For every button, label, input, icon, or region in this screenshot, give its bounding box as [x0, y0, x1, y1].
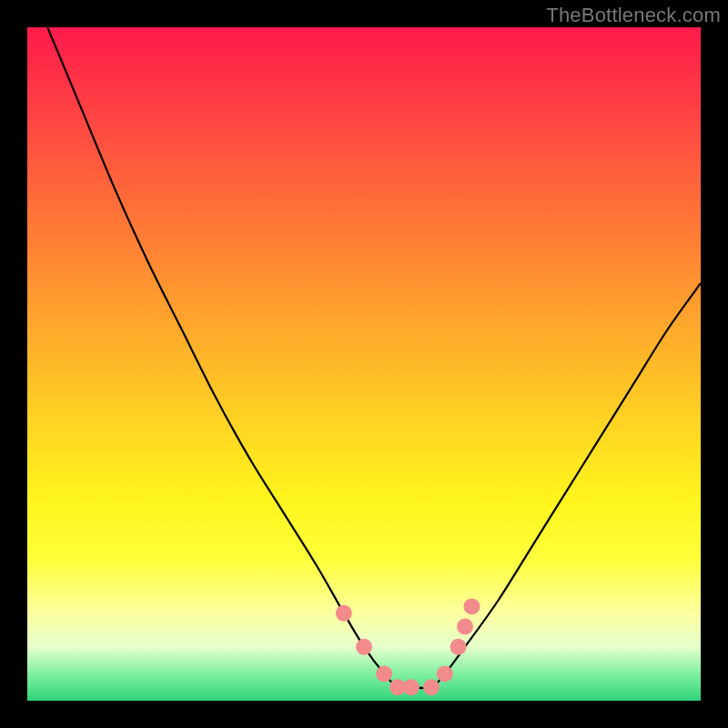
attribution-text: TheBottleneck.com — [546, 4, 721, 27]
background-gradient — [27, 27, 701, 701]
plot-area — [27, 27, 701, 701]
chart-frame: TheBottleneck.com — [0, 0, 728, 728]
